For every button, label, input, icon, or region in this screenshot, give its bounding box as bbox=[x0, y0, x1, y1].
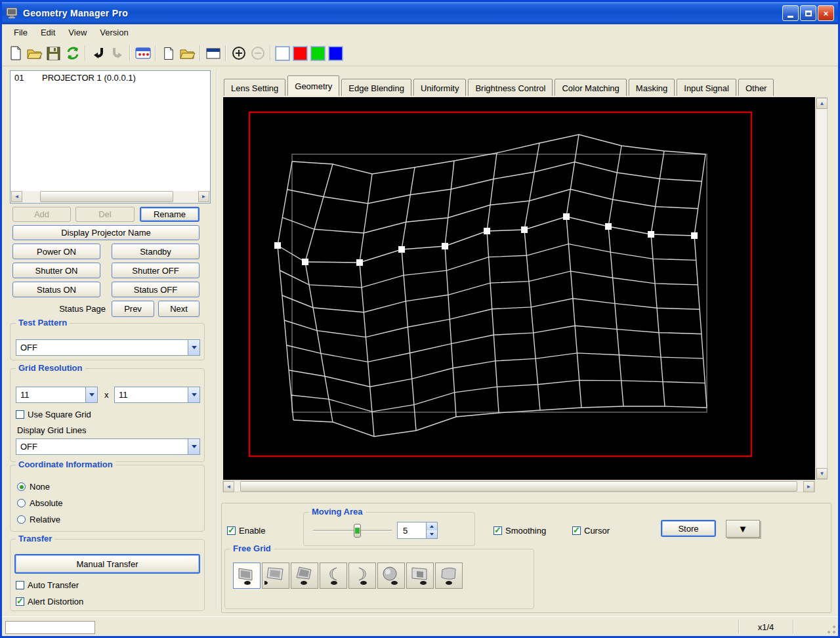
grid-handle[interactable] bbox=[563, 213, 570, 220]
tab-other[interactable]: Other bbox=[738, 79, 774, 97]
spinner-down-icon[interactable] bbox=[427, 530, 437, 538]
radio-relative[interactable]: Relative bbox=[17, 515, 60, 524]
tab-lens-setting[interactable]: Lens Setting bbox=[224, 79, 285, 97]
projector-list-hscrollbar[interactable]: ◄ ► bbox=[11, 191, 209, 202]
minimize-button[interactable] bbox=[782, 5, 799, 21]
grid-rows-select[interactable]: 11 bbox=[114, 387, 200, 403]
standby-button[interactable]: Standby bbox=[112, 244, 200, 259]
grid-handle[interactable] bbox=[648, 231, 654, 238]
status-on-button[interactable]: Status ON bbox=[12, 282, 100, 297]
projector-list[interactable]: 01 PROJECTOR 1 (0.0.0.1) ◄ ► bbox=[10, 70, 211, 203]
display-projector-name-button[interactable]: Display Projector Name bbox=[12, 225, 200, 240]
tab-brightness-control[interactable]: Brightness Control bbox=[468, 79, 553, 97]
new-file-icon[interactable] bbox=[7, 45, 24, 62]
grid-handle[interactable] bbox=[691, 232, 698, 239]
grid-handle[interactable] bbox=[521, 226, 528, 233]
swatch-white-icon[interactable] bbox=[276, 47, 289, 60]
store-dropdown-button[interactable]: ▼ bbox=[726, 520, 760, 538]
add-button[interactable]: Add bbox=[12, 207, 71, 222]
scroll-up-icon[interactable]: ▲ bbox=[816, 98, 828, 109]
new-config-icon[interactable] bbox=[159, 45, 177, 62]
rename-button[interactable]: Rename bbox=[140, 207, 200, 222]
geometry-canvas[interactable] bbox=[223, 97, 815, 480]
del-button[interactable]: Del bbox=[75, 207, 135, 222]
tab-geometry[interactable]: Geometry bbox=[287, 75, 339, 97]
alert-distortion-checkbox[interactable]: ✓Alert Distortion bbox=[16, 597, 83, 606]
radio-none[interactable]: None bbox=[17, 482, 50, 492]
free-grid-screen-curved-icon[interactable] bbox=[435, 563, 463, 589]
use-square-grid-checkbox[interactable]: Use Square Grid bbox=[16, 410, 91, 419]
tab-edge-blending[interactable]: Edge Blending bbox=[341, 79, 411, 97]
chevron-down-icon[interactable] bbox=[188, 340, 200, 355]
window-mode-icon[interactable] bbox=[204, 45, 222, 62]
grid-handle[interactable] bbox=[605, 223, 612, 230]
refresh-icon[interactable] bbox=[64, 45, 81, 62]
scroll-down-icon[interactable]: ▼ bbox=[816, 468, 828, 479]
slider-thumb[interactable] bbox=[354, 524, 361, 538]
store-button[interactable]: Store bbox=[661, 520, 716, 537]
open-file-icon[interactable] bbox=[26, 45, 43, 62]
zoom-in-icon[interactable] bbox=[230, 45, 247, 62]
scroll-left-icon[interactable]: ◄ bbox=[11, 191, 22, 202]
moving-area-spinner[interactable]: 5 bbox=[397, 522, 438, 539]
free-grid-sphere-icon[interactable] bbox=[377, 563, 405, 589]
cursor-checkbox[interactable]: ✓Cursor bbox=[572, 526, 610, 536]
free-grid-screen-flat-icon[interactable] bbox=[233, 563, 261, 589]
menu-file[interactable]: File bbox=[7, 26, 34, 39]
chevron-down-icon[interactable] bbox=[188, 439, 200, 454]
grid-handle[interactable] bbox=[302, 259, 308, 265]
save-icon[interactable] bbox=[45, 45, 62, 62]
menu-edit[interactable]: Edit bbox=[34, 26, 62, 39]
status-off-button[interactable]: Status OFF bbox=[112, 282, 200, 297]
chevron-down-icon[interactable] bbox=[188, 387, 200, 402]
scroll-left-icon[interactable]: ◄ bbox=[223, 481, 234, 492]
grid-handle[interactable] bbox=[442, 243, 448, 249]
grid-handle[interactable] bbox=[356, 259, 363, 266]
free-grid-screen-angled-icon[interactable] bbox=[406, 563, 434, 589]
prev-button[interactable]: Prev bbox=[112, 301, 154, 317]
swatch-red-icon[interactable] bbox=[293, 47, 307, 60]
free-grid-cylinder-concave-icon[interactable] bbox=[320, 563, 347, 589]
tab-masking[interactable]: Masking bbox=[629, 79, 675, 97]
swatch-blue-icon[interactable] bbox=[329, 47, 343, 60]
swatch-green-icon[interactable] bbox=[311, 47, 325, 60]
scroll-thumb[interactable] bbox=[40, 191, 174, 202]
free-grid-screen-lean-icon[interactable] bbox=[291, 563, 318, 589]
grid-handle[interactable] bbox=[398, 246, 405, 253]
scroll-right-icon[interactable]: ► bbox=[198, 191, 209, 202]
shutter-off-button[interactable]: Shutter OFF bbox=[112, 263, 200, 278]
free-grid-screen-tilt-icon[interactable] bbox=[262, 563, 289, 589]
list-item[interactable]: 01 PROJECTOR 1 (0.0.0.1) bbox=[10, 71, 210, 85]
resize-grip[interactable] bbox=[827, 625, 836, 634]
grid-handle[interactable] bbox=[484, 228, 490, 234]
radio-absolute[interactable]: Absolute bbox=[17, 498, 63, 508]
scroll-right-icon[interactable]: ► bbox=[803, 481, 814, 492]
tab-color-matching[interactable]: Color Matching bbox=[555, 79, 626, 97]
smoothing-checkbox[interactable]: ✓Smoothing bbox=[494, 526, 546, 536]
menu-view[interactable]: View bbox=[62, 26, 93, 39]
chevron-down-icon[interactable] bbox=[85, 387, 97, 402]
display-grid-lines-select[interactable]: OFF bbox=[16, 438, 200, 455]
undo-icon[interactable] bbox=[89, 45, 107, 62]
menu-version[interactable]: Version bbox=[93, 26, 135, 39]
next-button[interactable]: Next bbox=[158, 301, 200, 317]
manual-transfer-button[interactable]: Manual Transfer bbox=[14, 554, 200, 574]
moving-area-slider[interactable] bbox=[313, 530, 392, 532]
test-pattern-select[interactable]: OFF bbox=[16, 339, 200, 356]
scroll-thumb[interactable] bbox=[240, 481, 798, 492]
open-config-icon[interactable] bbox=[178, 45, 196, 62]
close-button[interactable]: × bbox=[818, 5, 834, 21]
shutter-on-button[interactable]: Shutter ON bbox=[12, 263, 100, 278]
canvas-hscrollbar[interactable]: ◄ ► bbox=[222, 480, 815, 492]
free-grid-cylinder-convex-icon[interactable] bbox=[348, 563, 376, 589]
grid-columns-select[interactable]: 11 bbox=[16, 387, 98, 403]
power-on-button[interactable]: Power ON bbox=[12, 244, 100, 259]
tab-uniformity[interactable]: Uniformity bbox=[413, 79, 467, 97]
tab-input-signal[interactable]: Input Signal bbox=[677, 79, 736, 97]
display-id-icon[interactable] bbox=[134, 45, 152, 62]
auto-transfer-checkbox[interactable]: Auto Transfer bbox=[16, 580, 79, 590]
canvas-vscrollbar[interactable]: ▲ ▼ bbox=[816, 97, 828, 480]
spinner-up-icon[interactable] bbox=[427, 522, 437, 530]
maximize-button[interactable] bbox=[800, 5, 816, 21]
grid-handle[interactable] bbox=[274, 242, 281, 249]
